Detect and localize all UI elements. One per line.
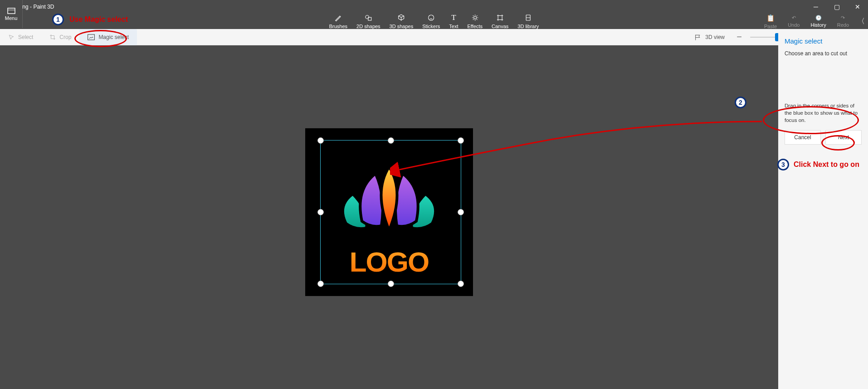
titlebar: logo1.png - Paint 3D ─ ▢ ✕	[0, 0, 868, 14]
svg-rect-0	[8, 8, 15, 14]
menu-button[interactable]: Menu	[0, 0, 23, 28]
collapse-ribbon-button[interactable]: 〈	[854, 17, 868, 26]
tool-brushes[interactable]: Brushes	[325, 14, 352, 29]
canvas-image: LOGO	[305, 128, 473, 296]
tool-3d-shapes[interactable]: 3D shapes	[385, 14, 418, 29]
annotation-badge-2: 2	[735, 97, 746, 108]
brush-icon	[334, 14, 342, 22]
selection-handle-w[interactable]	[317, 209, 324, 215]
selection-handle-se[interactable]	[458, 281, 464, 287]
flag-icon	[694, 34, 702, 40]
canvas[interactable]: LOGO	[305, 128, 473, 296]
history-icon: 🕑	[815, 15, 822, 21]
3d-view-label: 3D view	[705, 34, 725, 40]
svg-point-4	[429, 15, 434, 20]
selection-handle-nw[interactable]	[317, 137, 324, 144]
select-button[interactable]: Select	[0, 29, 41, 45]
annotation-badge-1: 1	[52, 14, 64, 25]
redo-button[interactable]: ↷ Redo	[832, 15, 854, 28]
selection-handle-n[interactable]	[388, 137, 394, 144]
undo-icon: ↶	[792, 15, 796, 21]
panel-button-row: Cancel Next	[785, 130, 862, 145]
selection-handle-sw[interactable]	[317, 281, 324, 287]
tool-label: 2D shapes	[356, 24, 380, 29]
selection-box[interactable]	[320, 140, 461, 284]
svg-rect-6	[498, 16, 502, 20]
panel-title: Magic select	[785, 37, 862, 45]
ribbon-tools-group: Brushes 2D shapes 3D shapes Stickers T T…	[325, 14, 544, 29]
effects-icon	[471, 14, 479, 22]
annotation-text-3: Click Next to go on	[794, 160, 859, 169]
magic-select-panel: Magic select Choose an area to cut out D…	[778, 29, 868, 389]
tool-text[interactable]: T Text	[444, 14, 463, 29]
history-button[interactable]: 🕑 History	[805, 15, 831, 28]
zoom-out-button[interactable]: −	[735, 32, 744, 42]
ribbon-right-group: 📋 Paste ↶ Undo 🕑 History ↷ Redo 〈	[759, 14, 868, 29]
sub-toolbar-left: Select Crop Magic select	[0, 29, 137, 45]
text-icon: T	[451, 14, 456, 22]
next-button[interactable]: Next	[825, 130, 862, 145]
annotation-text-1: Use Magic select	[69, 15, 128, 24]
shapes-2d-icon	[364, 14, 372, 22]
tool-label: Stickers	[422, 24, 440, 29]
undo-label: Undo	[788, 22, 800, 28]
window-controls: ─ ▢ ✕	[805, 0, 868, 14]
tool-2d-shapes[interactable]: 2D shapes	[352, 14, 385, 29]
cancel-button[interactable]: Cancel	[785, 130, 821, 145]
annotation-num: 3	[781, 161, 785, 168]
panel-subtitle: Choose an area to cut out	[785, 50, 862, 57]
tool-3d-library[interactable]: 3D library	[513, 14, 543, 29]
magic-select-button[interactable]: Magic select	[79, 29, 137, 45]
tool-label: Canvas	[492, 24, 508, 29]
stickers-icon	[427, 14, 435, 22]
menu-label: Menu	[5, 15, 18, 21]
magic-select-icon	[88, 34, 95, 40]
paste-icon: 📋	[766, 14, 775, 22]
annotation-badge-3: 3	[777, 159, 789, 170]
panel-instruction: Drag in the corners or sides of the blue…	[785, 102, 862, 124]
maximize-button[interactable]: ▢	[826, 0, 847, 14]
minimize-button[interactable]: ─	[805, 0, 826, 14]
undo-button[interactable]: ↶ Undo	[782, 15, 805, 28]
crop-label: Crop	[59, 34, 71, 40]
paste-button[interactable]: 📋 Paste	[759, 14, 782, 29]
redo-label: Redo	[837, 22, 849, 28]
annotation-num: 1	[56, 16, 60, 23]
tool-label: Text	[449, 24, 458, 29]
svg-rect-7	[88, 34, 95, 40]
3d-view-button[interactable]: 3D view	[691, 29, 728, 45]
menu-icon	[7, 8, 15, 14]
history-label: History	[810, 22, 826, 28]
tool-label: Effects	[468, 24, 483, 29]
annotation-num: 2	[739, 99, 742, 106]
cursor-icon	[8, 34, 15, 40]
canvas-icon	[496, 14, 504, 22]
tool-effects[interactable]: Effects	[463, 14, 487, 29]
tool-stickers[interactable]: Stickers	[418, 14, 444, 29]
select-label: Select	[18, 34, 33, 40]
shapes-3d-icon	[397, 14, 405, 22]
magic-select-label: Magic select	[98, 34, 129, 40]
close-button[interactable]: ✕	[847, 0, 868, 14]
library-3d-icon	[524, 14, 532, 22]
tool-label: 3D shapes	[390, 24, 414, 29]
canvas-workspace[interactable]: LOGO	[0, 45, 778, 389]
redo-icon: ↷	[841, 15, 845, 21]
paste-label: Paste	[764, 24, 777, 29]
ribbon: Menu Brushes 2D shapes 3D shapes Sticker…	[0, 14, 868, 29]
tool-label: 3D library	[517, 24, 539, 29]
selection-handle-ne[interactable]	[458, 137, 464, 144]
svg-point-5	[473, 16, 476, 19]
tool-canvas[interactable]: Canvas	[487, 14, 513, 29]
crop-icon	[49, 34, 56, 40]
selection-handle-s[interactable]	[388, 281, 394, 287]
crop-button[interactable]: Crop	[41, 29, 79, 45]
sub-toolbar: Select Crop Magic select 3D view − + 200…	[0, 29, 868, 45]
selection-handle-e[interactable]	[458, 209, 464, 215]
tool-label: Brushes	[329, 24, 347, 29]
